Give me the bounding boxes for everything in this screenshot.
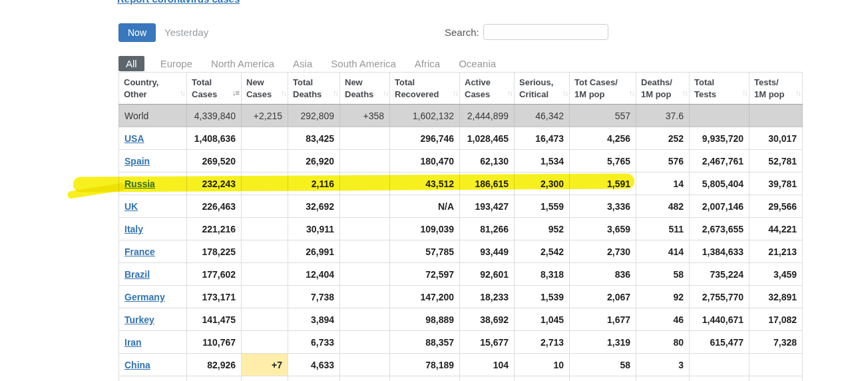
country-link-germany[interactable]: Germany [124, 292, 165, 302]
cell: 12,404 [288, 263, 340, 286]
country-link-russia[interactable]: Russia [124, 179, 155, 189]
cell: 32,692 [288, 195, 340, 218]
country-link-iran[interactable]: Iran [124, 337, 142, 348]
cell [750, 354, 803, 376]
column-header-new-cases[interactable]: New Cases↑↓ [242, 73, 288, 105]
column-header-total-tests[interactable]: Total Tests↑↓ [690, 73, 750, 105]
column-header-serious-critical[interactable]: Serious, Critical↑↓ [515, 73, 570, 105]
tab-africa[interactable]: Africa [415, 56, 440, 71]
cell: 109,039 [390, 218, 460, 240]
cell: 2,713 [515, 331, 570, 354]
sort-icon: ↑↓ [682, 88, 687, 98]
column-header-total-recovered[interactable]: Total Recovered↑↓ [390, 73, 460, 105]
cell: 37.6 [636, 105, 690, 127]
tab-asia[interactable]: Asia [293, 56, 312, 71]
cell: 57,785 [390, 240, 460, 263]
country-cell: Brazil [119, 263, 187, 286]
table-body: World4,339,840+2,215292,809+3581,602,132… [119, 105, 803, 381]
cell: 2,067 [570, 286, 636, 308]
country-cell: China [119, 354, 187, 376]
cell: 482 [636, 195, 690, 218]
cell: 16,473 [515, 127, 570, 150]
cell: 15,677 [460, 331, 515, 354]
cell: 1,677 [570, 308, 636, 331]
cell [690, 376, 750, 381]
cell: 576 [636, 150, 690, 173]
cell: 58 [636, 263, 690, 286]
column-header-country-other[interactable]: Country, Other↑↓ [119, 73, 187, 105]
country-link-spain[interactable]: Spain [124, 156, 150, 167]
cell: N/A [390, 195, 460, 218]
country-cell: Russia [119, 173, 187, 195]
cell: 39,781 [750, 173, 803, 195]
cell: 18,233 [460, 286, 515, 308]
search-input[interactable] [483, 24, 608, 40]
cell: 1,559 [515, 195, 570, 218]
coronavirus-table-page: Report coronavirus cases Now Yesterday S… [0, 0, 868, 381]
cell: 110,767 [187, 331, 242, 354]
cell: 92,601 [460, 263, 515, 286]
yesterday-tab[interactable]: Yesterday [164, 27, 208, 38]
country-link-uk[interactable]: UK [124, 201, 138, 212]
column-header-total-cases[interactable]: Total Cases↓≡ [187, 73, 242, 105]
cell [242, 331, 288, 354]
cell: 7,738 [288, 286, 340, 308]
cell [242, 263, 288, 286]
column-header-tests-1m-pop[interactable]: Tests/ 1M pop↑↓ [750, 73, 803, 105]
cell: 26,920 [288, 150, 340, 173]
column-label: Total Cases [192, 77, 217, 99]
country-link-china[interactable]: China [124, 360, 150, 370]
world-row: World4,339,840+2,215292,809+3581,602,132… [119, 105, 803, 127]
cell [340, 263, 390, 286]
cell [340, 331, 390, 354]
cell: 81,266 [460, 218, 515, 240]
sort-icon: ↑↓ [562, 88, 567, 98]
country-link-france[interactable]: France [124, 246, 155, 257]
tab-north-america[interactable]: North America [211, 56, 274, 71]
column-header-total-deaths[interactable]: Total Deaths↑↓ [288, 73, 340, 105]
column-header-new-deaths[interactable]: New Deaths↑↓ [340, 73, 390, 105]
cell: 46 [636, 308, 690, 331]
cell [750, 105, 803, 127]
country-cell: USA [119, 127, 187, 150]
cell: 14 [636, 173, 690, 195]
country-link-italy[interactable]: Italy [124, 224, 143, 234]
tab-south-america[interactable]: South America [331, 56, 396, 71]
cell: 52,781 [750, 150, 803, 173]
sort-icon: ↑↓ [742, 88, 747, 98]
country-link-turkey[interactable]: Turkey [124, 314, 154, 325]
cell: 98,889 [390, 308, 460, 331]
country-cell: Italy [119, 218, 187, 240]
country-row-turkey: Turkey141,4753,89498,88938,6921,0451,677… [119, 308, 803, 331]
country-cell: Spain [119, 150, 187, 173]
column-header-tot-cases-1m-pop[interactable]: Tot Cases/ 1M pop↑↓ [570, 73, 636, 105]
country-link-brazil[interactable]: Brazil [124, 269, 150, 280]
cell [750, 376, 803, 381]
cell [340, 240, 390, 263]
marker-highlight-tail [67, 183, 126, 199]
cell: 3,659 [570, 218, 636, 240]
country-row-italy: Italy221,21630,911109,03981,2669523,6595… [119, 218, 803, 240]
cell [690, 354, 750, 376]
cell: 292,809 [288, 105, 340, 127]
column-label: Deaths/ 1M pop [641, 77, 672, 99]
cell [242, 127, 288, 150]
tab-europe[interactable]: Europe [160, 56, 192, 71]
country-link-usa[interactable]: USA [124, 133, 144, 144]
tab-oceania[interactable]: Oceania [459, 56, 496, 71]
cell: 80 [636, 331, 690, 354]
cell: 26,991 [288, 240, 340, 263]
tab-all[interactable]: All [118, 56, 144, 71]
column-header-deaths-1m-pop[interactable]: Deaths/ 1M pop↑↓ [636, 73, 690, 105]
cell: 30,017 [750, 127, 803, 150]
cell [242, 308, 288, 331]
continent-tabs: AllEuropeNorth AmericaAsiaSouth AmericaA… [118, 56, 515, 71]
cell [242, 240, 288, 263]
report-cases-link[interactable]: Report coronavirus cases [117, 0, 240, 5]
cell [340, 127, 390, 150]
now-button[interactable]: Now [118, 23, 156, 42]
cell: 92 [636, 286, 690, 308]
column-header-active-cases[interactable]: Active Cases↑↓ [460, 73, 515, 105]
sort-icon: ↑↓ [333, 88, 337, 98]
cell: 44,221 [750, 218, 803, 240]
